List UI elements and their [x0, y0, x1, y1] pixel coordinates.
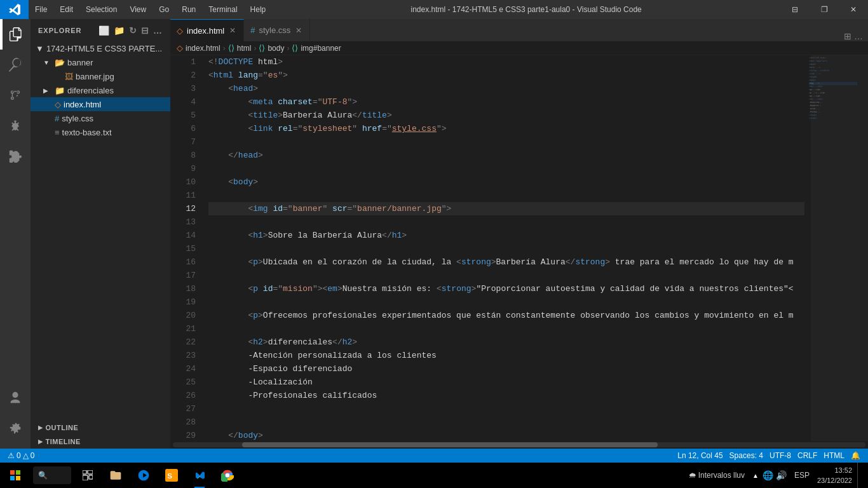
- css-icon: #: [55, 114, 59, 123]
- folder-diferenciales[interactable]: ▶ 📁 diferenciales: [31, 83, 170, 97]
- editor-area: ◇ index.html ✕ # style.css ✕ ⊞ … ◇ index…: [170, 19, 868, 449]
- taskbar-chrome[interactable]: [214, 463, 241, 488]
- tab-index-html[interactable]: ◇ index.html ✕: [170, 19, 244, 41]
- file-style-css[interactable]: # style.css: [31, 111, 170, 125]
- caret-up-icon[interactable]: ▲: [752, 472, 759, 479]
- refresh-icon[interactable]: ↻: [129, 25, 137, 36]
- activity-explorer[interactable]: [0, 19, 31, 50]
- activity-debug[interactable]: [0, 111, 31, 141]
- taskbar: 🔍 S: [0, 463, 868, 488]
- sidebar-outline[interactable]: ▶ OUTLINE: [31, 421, 170, 435]
- window-controls: ⊟ ❐ ✕: [780, 0, 868, 19]
- tree-root[interactable]: ▼ 1742-HTML5 E CSS3 PARTE...: [31, 41, 170, 55]
- bc-icon-html: ◇: [177, 43, 183, 53]
- line-ending-label: CRLF: [797, 451, 817, 460]
- chevron-right-icon: ▶: [38, 438, 43, 445]
- code-line-18: <p id="mision"><em>Nuestra misión es: <s…: [208, 282, 804, 295]
- code-line-21: [208, 322, 804, 336]
- tabs-bar: ◇ index.html ✕ # style.css ✕ ⊞ …: [170, 19, 868, 41]
- code-line-7: [208, 135, 804, 149]
- menu-help[interactable]: Help: [244, 0, 273, 19]
- activity-search[interactable]: [0, 50, 31, 80]
- split-editor-icon[interactable]: ⊞: [844, 31, 851, 41]
- more-actions-icon[interactable]: …: [854, 31, 863, 41]
- activity-account[interactable]: [0, 383, 31, 413]
- new-folder-icon[interactable]: 📁: [114, 25, 125, 36]
- taskview-button[interactable]: [74, 463, 102, 488]
- status-language[interactable]: HTML: [821, 449, 847, 463]
- status-notifications[interactable]: 🔔: [848, 449, 863, 463]
- sidebar-timeline[interactable]: ▶ TIMELINE: [31, 435, 170, 449]
- status-spaces[interactable]: Spaces: 4: [727, 449, 766, 463]
- file-banner-jpg[interactable]: 🖼 banner.jpg: [31, 69, 170, 83]
- new-file-icon[interactable]: ⬜: [98, 25, 110, 36]
- menu-view[interactable]: View: [123, 0, 153, 19]
- line-col-label: Ln 12, Col 45: [677, 451, 722, 460]
- code-line-28: [208, 416, 804, 429]
- minimize-button[interactable]: ⊟: [780, 0, 810, 19]
- svg-rect-3: [16, 476, 20, 480]
- status-line-ending[interactable]: CRLF: [795, 449, 820, 463]
- taskbar-clock[interactable]: 13:52 23/12/2022: [815, 463, 855, 488]
- chevron-right-icon: ▶: [43, 87, 52, 94]
- breadcrumb-sep3: ›: [287, 44, 289, 53]
- breadcrumb-body[interactable]: body: [268, 44, 284, 53]
- activity-source-control[interactable]: [0, 80, 31, 111]
- weather-icon: 🌧: [689, 471, 696, 480]
- folder-banner[interactable]: ▼ 📂 banner: [31, 55, 170, 69]
- start-button[interactable]: [0, 463, 31, 488]
- taskbar-sublime[interactable]: S: [158, 463, 186, 488]
- breadcrumb-img[interactable]: img#banner: [301, 44, 341, 53]
- menu-file[interactable]: File: [29, 0, 53, 19]
- taskbar-edge[interactable]: [130, 463, 158, 488]
- menu-go[interactable]: Go: [153, 0, 175, 19]
- show-desktop-button[interactable]: [857, 463, 863, 488]
- breadcrumb-html[interactable]: html: [237, 44, 252, 53]
- status-encoding[interactable]: UTF-8: [767, 449, 794, 463]
- file-style-css-label: style.css: [62, 114, 93, 123]
- taskbar-explorer[interactable]: [102, 463, 130, 488]
- folder-banner-label: banner: [67, 58, 93, 67]
- code-editor[interactable]: <!DOCTYPE html> <html lang="es"> <head> …: [202, 55, 804, 441]
- activity-settings[interactable]: [0, 413, 31, 444]
- status-left: ⚠ 0 △ 0: [0, 449, 42, 463]
- svg-rect-7: [89, 475, 93, 479]
- more-icon[interactable]: …: [153, 25, 163, 36]
- code-line-14: <h1>Sobre la Barbería Alura</h1>: [208, 229, 804, 242]
- taskbar-weather[interactable]: 🌧 Intervalos lluv: [686, 463, 747, 488]
- breadcrumb-sep2: ›: [254, 44, 256, 53]
- activity-extensions[interactable]: [0, 141, 31, 172]
- code-line-29: </body>: [208, 429, 804, 441]
- chevron-down-icon: ▼: [36, 44, 44, 53]
- folder-icon: 📂: [55, 58, 65, 67]
- app-body: EXPLORER ⬜ 📁 ↻ ⊟ … ▼ 1742-HTML5 E CSS3 P…: [0, 19, 868, 449]
- editor-content[interactable]: 1 2 3 4 5 6 7 8 9 10 11 12 13 14 15 16 1…: [170, 55, 868, 441]
- network-icon[interactable]: 🌐: [763, 470, 773, 480]
- file-texto-base[interactable]: ≡ texto-base.txt: [31, 125, 170, 139]
- taskbar-search[interactable]: 🔍: [33, 466, 71, 484]
- status-position[interactable]: Ln 12, Col 45: [675, 449, 725, 463]
- menu-run[interactable]: Run: [175, 0, 202, 19]
- sidebar-header-icons: ⬜ 📁 ↻ ⊟ …: [98, 25, 163, 36]
- taskbar-language[interactable]: ESP: [792, 463, 812, 488]
- horizontal-scrollbar[interactable]: [170, 441, 868, 449]
- status-errors[interactable]: ⚠ 0 △ 0: [5, 449, 37, 463]
- taskbar-vscode[interactable]: [186, 463, 214, 488]
- menu-selection[interactable]: Selection: [79, 0, 123, 19]
- error-icon: ⚠: [8, 451, 15, 460]
- maximize-button[interactable]: ❐: [810, 0, 839, 19]
- menu-edit[interactable]: Edit: [53, 0, 79, 19]
- tab-close-style-css[interactable]: ✕: [294, 25, 303, 36]
- tab-style-css[interactable]: # style.css ✕: [244, 19, 310, 41]
- menu-terminal[interactable]: Terminal: [202, 0, 243, 19]
- volume-icon[interactable]: 🔊: [776, 470, 787, 480]
- code-line-26: -Profesionales calificados: [208, 389, 804, 402]
- breadcrumb: ◇ index.html › ⟨⟩ html › ⟨⟩ body › ⟨⟩ im…: [170, 41, 868, 55]
- file-index-html[interactable]: ◇ index.html: [31, 97, 170, 111]
- taskbar-systray-icons: 🌐 🔊: [763, 470, 787, 480]
- tab-close-index-html[interactable]: ✕: [228, 25, 237, 36]
- minimap: <!DOCTYPE html> <html lang="es"> <head> …: [804, 55, 868, 441]
- breadcrumb-file[interactable]: index.html: [186, 44, 220, 53]
- collapse-icon[interactable]: ⊟: [141, 25, 149, 36]
- close-button[interactable]: ✕: [839, 0, 868, 19]
